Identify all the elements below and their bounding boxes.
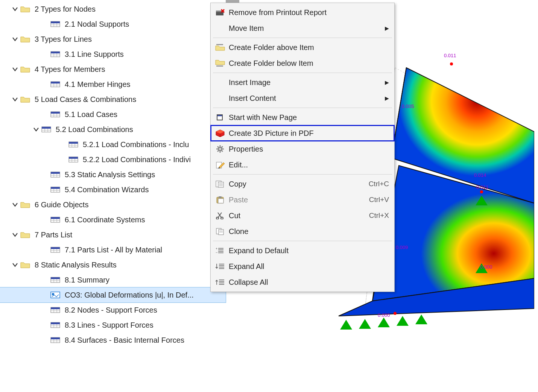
tree-item[interactable]: 8 Static Analysis Results (0, 257, 226, 272)
menu-shortcut: Ctrl+C (369, 180, 389, 188)
tree-item[interactable]: 8.3 Lines - Support Forces (0, 318, 226, 333)
tree-item[interactable]: 2.1 Nodal Supports (0, 17, 226, 32)
tree-item[interactable]: 2 Types for Nodes (0, 2, 226, 17)
menu-item-label: Expand to Default (226, 246, 389, 255)
folder-icon (20, 230, 31, 239)
menu-item-label: Expand All (226, 262, 389, 271)
svg-rect-41 (51, 187, 60, 189)
tree-item-label: 8.1 Summary (65, 276, 109, 284)
tree-item[interactable]: 5.3 Static Analysis Settings (0, 167, 226, 182)
menu-item-label: Cut (226, 211, 369, 220)
tree-item-label: 8.4 Surfaces - Basic Internal Forces (65, 336, 184, 345)
tree-item-label: 5.4 Combination Wizards (65, 185, 149, 194)
menu-item-insert-image[interactable]: Insert Image▶ (211, 74, 394, 90)
folder-icon (20, 200, 31, 209)
tree-item[interactable]: 8.1 Summary (0, 272, 226, 287)
tree-item[interactable]: CO3: Global Deformations |u|, In Def... (0, 287, 226, 302)
context-menu[interactable]: Remove from Printout ReportMove Item▶Cre… (210, 3, 395, 292)
menu-item-collapse-all[interactable]: Collapse All (211, 274, 394, 290)
tree-item[interactable]: 5.2.2 Load Combinations - Indivi (0, 152, 226, 167)
tree-item[interactable]: 5.2.1 Load Combinations - Inclu (0, 137, 226, 152)
menu-item-create-folder-below-item[interactable]: Create Folder below Item (211, 55, 394, 71)
navigator-tree[interactable]: 2 Types for Nodes2.1 Nodal Supports3 Typ… (0, 0, 226, 349)
menu-item-start-with-new-page[interactable]: Start with New Page (211, 109, 394, 125)
tree-item-label: 8.3 Lines - Support Forces (65, 321, 153, 330)
svg-rect-26 (69, 142, 78, 144)
svg-rect-68 (51, 322, 60, 324)
chevron-down-icon[interactable] (11, 35, 20, 43)
tree-item[interactable]: 7 Parts List (0, 227, 226, 242)
submenu-arrow-icon: ▶ (384, 79, 389, 85)
menu-item-label: Start with New Page (226, 113, 389, 122)
tree-item-label: 5.2.2 Load Combinations - Indivi (83, 155, 191, 164)
chevron-down-icon[interactable] (11, 5, 20, 13)
chevron-down-icon[interactable] (11, 261, 20, 269)
menu-item-label: Properties (226, 145, 389, 153)
tree-item[interactable]: 8.4 Surfaces - Basic Internal Forces (0, 333, 226, 348)
tree-item[interactable]: 5.2 Load Combinations (0, 122, 226, 137)
menu-item-label: Insert Image (226, 78, 384, 87)
tree-item[interactable]: 4.1 Member Hinges (0, 77, 226, 92)
tree-item-label: 2 Types for Nodes (35, 5, 96, 14)
menu-item-expand-all[interactable]: Expand All (211, 258, 394, 274)
menu-item-cut[interactable]: CutCtrl+X (211, 208, 394, 223)
tree-item[interactable]: 3 Types for Lines (0, 32, 226, 47)
menu-item-create-3d-picture-in-pdf[interactable]: Create 3D Picture in PDF (211, 125, 394, 141)
menu-item-edit[interactable]: Edit... (211, 157, 394, 173)
svg-marker-77 (340, 320, 352, 330)
svg-point-114 (221, 217, 223, 219)
table-icon (41, 125, 52, 134)
menu-item-copy[interactable]: CopyCtrl+C (211, 176, 394, 192)
menu-item-create-folder-above-item[interactable]: Create Folder above Item (211, 40, 394, 55)
table-icon (50, 80, 61, 89)
tree-item[interactable]: 3.1 Line Supports (0, 47, 226, 62)
plot-value: 0.000 (378, 312, 390, 318)
chevron-down-icon[interactable] (11, 231, 20, 239)
menu-item-label: Clone (226, 227, 389, 236)
tree-item[interactable]: 4 Types for Members (0, 62, 226, 77)
tree-item[interactable]: 5 Load Cases & Combinations (0, 92, 226, 107)
cube3d-icon (214, 129, 226, 137)
edit-icon (214, 161, 226, 169)
menu-item-move-item[interactable]: Move Item▶ (211, 20, 394, 36)
svg-point-113 (216, 217, 219, 219)
tree-item-label: 3 Types for Lines (35, 35, 92, 44)
table-icon (68, 140, 79, 149)
chevron-down-icon[interactable] (11, 96, 20, 103)
tree-item[interactable]: 7.1 Parts List - All by Material (0, 242, 226, 257)
table-icon (50, 170, 61, 179)
svg-rect-16 (51, 112, 60, 114)
menu-item-expand-to-default[interactable]: +−Expand to Default (211, 243, 394, 258)
chevron-down-icon[interactable] (11, 201, 20, 208)
chevron-down-icon[interactable] (32, 126, 41, 133)
tree-item[interactable]: 6 Guide Objects (0, 197, 226, 212)
menu-item-insert-content[interactable]: Insert Content▶ (211, 90, 394, 106)
svg-point-86 (394, 312, 397, 315)
menu-item-properties[interactable]: Properties (211, 141, 394, 157)
table-icon (50, 215, 61, 224)
menu-item-clone[interactable]: Clone (211, 223, 394, 239)
collapse-all-icon (214, 278, 226, 286)
cut-icon (214, 212, 226, 219)
table-icon (50, 245, 61, 254)
svg-rect-46 (51, 217, 60, 219)
svg-line-101 (222, 150, 223, 152)
menu-separator (213, 38, 392, 38)
plot-value: 0.011 (476, 184, 489, 190)
svg-rect-21 (42, 127, 51, 129)
chevron-down-icon[interactable] (11, 65, 20, 73)
menu-item-label: Create 3D Picture in PDF (226, 129, 389, 138)
menu-item-remove-from-printout-report[interactable]: Remove from Printout Report (211, 5, 394, 20)
tree-item[interactable]: 6.1 Coordinate Systems (0, 212, 226, 227)
svg-line-102 (222, 146, 223, 147)
svg-marker-81 (415, 315, 427, 324)
svg-rect-63 (51, 307, 60, 309)
tree-item[interactable]: 5.1 Load Cases (0, 107, 226, 122)
tree-item[interactable]: 5.4 Combination Wizards (0, 182, 226, 197)
svg-rect-112 (218, 199, 223, 203)
svg-rect-89 (216, 44, 223, 45)
folder-icon (20, 5, 31, 14)
menu-item-label: Move Item (226, 24, 384, 33)
menu-separator (213, 73, 392, 73)
tree-item[interactable]: 8.2 Nodes - Support Forces (0, 302, 226, 318)
